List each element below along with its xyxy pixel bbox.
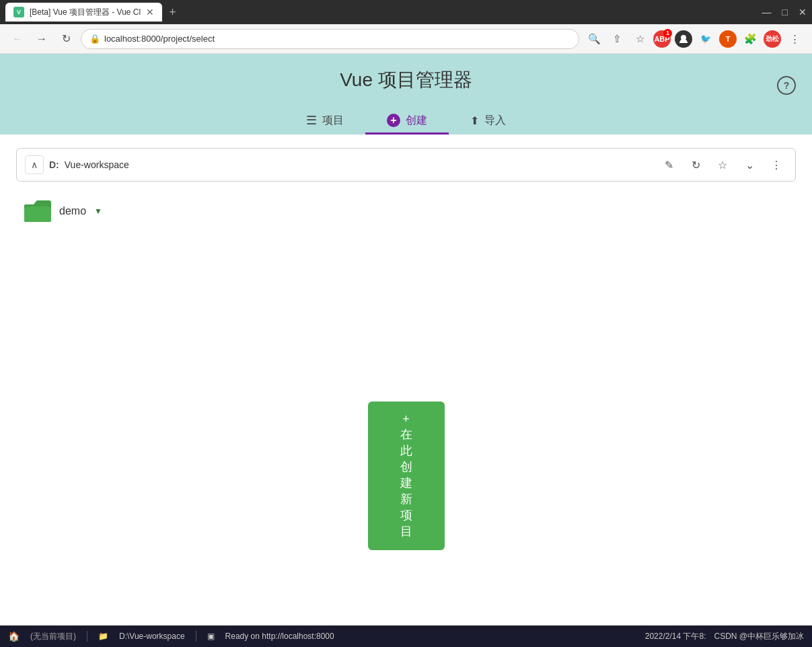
folder-expand-icon: ▼ [94, 206, 102, 216]
user-extension[interactable]: 劲松 [764, 30, 781, 48]
favorite-button[interactable]: ☆ [712, 154, 733, 176]
tab-favicon: V [13, 7, 24, 17]
app-header-wrapper: Vue 项目管理器 ? ☰ 项目 + 创建 ⬆ 导入 [0, 54, 812, 135]
forward-button[interactable]: → [32, 30, 51, 48]
app-header: Vue 项目管理器 ? ☰ 项目 + 创建 ⬆ 导入 [0, 54, 812, 135]
folder-path-label: D:\Vue-workspace [119, 632, 185, 641]
folder-item-demo[interactable]: demo ▼ [16, 195, 796, 227]
status-right: 2022/2/14 下午8: CSDN @中杯巨乐够加冰 [645, 631, 804, 642]
status-divider-2 [196, 631, 196, 642]
maximize-button[interactable]: □ [782, 7, 788, 17]
folder-status-icon: 📁 [98, 632, 108, 641]
main-content: ∧ D: Vue-workspace ✎ ↻ ☆ ⌄ ⋮ demo ▼ [0, 135, 812, 241]
tab-close-button[interactable]: ✕ [146, 7, 154, 17]
collapse-button[interactable]: ∧ [25, 155, 44, 174]
refresh-button[interactable]: ↻ [685, 154, 706, 176]
back-button[interactable]: ← [8, 30, 27, 48]
tab-import-label: 导入 [484, 114, 506, 128]
tab-projects-label: 项目 [322, 114, 344, 128]
app-title: Vue 项目管理器 [340, 67, 472, 93]
app-container: Vue 项目管理器 ? ☰ 项目 + 创建 ⬆ 导入 [0, 54, 812, 625]
list-icon: ☰ [306, 113, 317, 128]
terminal-icon: ▣ [207, 632, 215, 641]
lock-icon: 🔒 [89, 34, 100, 44]
kiwi-extension[interactable]: 🐦 [696, 30, 715, 48]
new-tab-button[interactable]: + [169, 5, 176, 20]
create-project-button[interactable]: + 在此创建新项目 [368, 402, 445, 550]
profile-avatar[interactable] [675, 30, 692, 48]
tab-create-label: 创建 [406, 114, 427, 128]
status-divider-1 [87, 631, 87, 642]
csdn-label: CSDN @中杯巨乐够加冰 [714, 631, 804, 642]
path-bar: ∧ D: Vue-workspace ✎ ↻ ☆ ⌄ ⋮ [16, 148, 796, 182]
path-text: Vue-workspace [65, 159, 653, 170]
status-bar: 🏠 (无当前项目) 📁 D:\Vue-workspace ▣ Ready on … [0, 625, 812, 647]
expand-button[interactable]: ⌄ [739, 154, 760, 176]
browser-tab[interactable]: V [Beta] Vue 项目管理器 - Vue Cl ✕ [5, 3, 162, 22]
svg-rect-3 [24, 206, 51, 222]
search-icon[interactable]: 🔍 [585, 30, 603, 48]
chevron-up-icon: ∧ [31, 159, 38, 170]
tab-import[interactable]: ⬆ 导入 [449, 106, 527, 135]
tab-bar: ☰ 项目 + 创建 ⬆ 导入 [0, 106, 812, 135]
close-button[interactable]: ✕ [799, 7, 807, 17]
no-project-label: (无当前项目) [30, 631, 76, 642]
path-drive-label: D: [49, 159, 59, 170]
reload-button[interactable]: ↻ [57, 30, 75, 48]
home-icon[interactable]: 🏠 [8, 631, 20, 642]
t-extension[interactable]: T [719, 30, 737, 48]
tab-projects[interactable]: ☰ 项目 [285, 106, 365, 135]
browser-extension-icons: 🔍 ⇧ ☆ ABP 1 🐦 T 🧩 劲松 ⋮ [585, 30, 804, 48]
folder-name: demo [59, 205, 86, 217]
plus-circle-icon: + [387, 114, 400, 127]
puzzle-extension[interactable]: 🧩 [741, 30, 760, 48]
folder-icon [24, 200, 51, 222]
tab-title: [Beta] Vue 项目管理器 - Vue Cl [30, 7, 141, 18]
url-text: localhost:8000/project/select [104, 34, 215, 44]
ready-label: Ready on http://localhost:8000 [225, 632, 334, 641]
help-button[interactable]: ? [777, 76, 796, 95]
browser-titlebar: V [Beta] Vue 项目管理器 - Vue Cl ✕ + — □ ✕ [0, 0, 812, 24]
browser-toolbar: ← → ↻ 🔒 localhost:8000/project/select 🔍 … [0, 24, 812, 54]
upload-icon: ⬆ [470, 114, 479, 127]
share-icon[interactable]: ⇧ [607, 30, 626, 48]
bookmark-icon[interactable]: ☆ [630, 30, 649, 48]
address-bar[interactable]: 🔒 localhost:8000/project/select [81, 29, 579, 49]
datetime-label: 2022/2/14 下午8: [645, 631, 706, 642]
edit-path-button[interactable]: ✎ [658, 154, 679, 176]
more-options-button[interactable]: ⋮ [766, 154, 787, 176]
more-menu-button[interactable]: ⋮ [785, 30, 804, 48]
tab-create[interactable]: + 创建 [365, 106, 449, 135]
window-controls: — □ ✕ [762, 7, 807, 17]
abp-extension[interactable]: ABP 1 [653, 30, 671, 48]
minimize-button[interactable]: — [762, 7, 772, 17]
